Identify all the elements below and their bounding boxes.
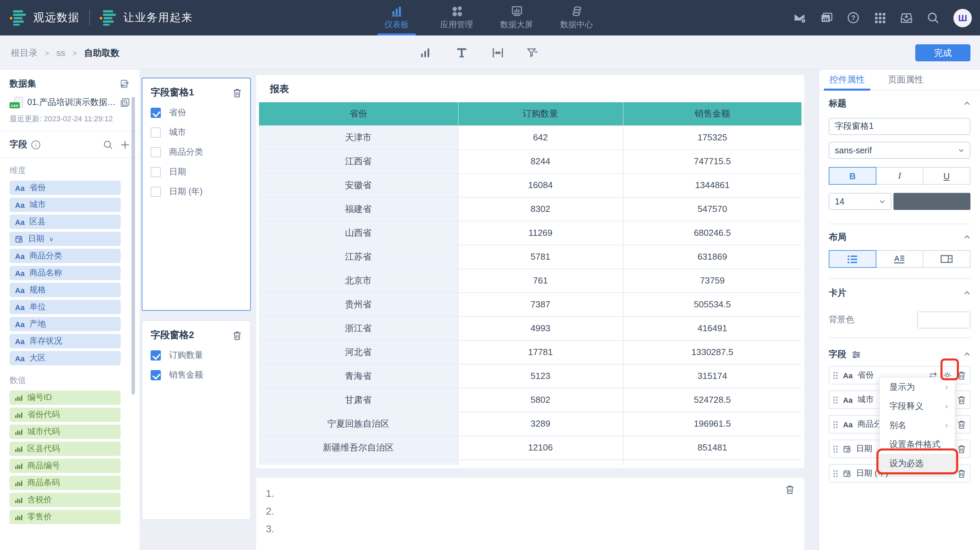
measure-pill[interactable]: 城市代码: [10, 424, 121, 439]
field-pane-2[interactable]: 字段窗格2 订购数量 销售金额: [142, 320, 251, 520]
pane-checkbox-row[interactable]: 省份: [151, 107, 242, 119]
tab-dashboard[interactable]: 仪表板: [367, 0, 426, 35]
menu-item[interactable]: 设置条件格式: [880, 435, 955, 454]
dimension-pill[interactable]: Aa 大区: [10, 351, 121, 365]
font-color-swatch[interactable]: [893, 193, 970, 210]
delete-field-icon[interactable]: [957, 444, 966, 453]
done-button[interactable]: 完成: [915, 44, 970, 61]
tab-data-screen[interactable]: 数据大屏: [487, 0, 547, 35]
collapse-icon[interactable]: [964, 290, 970, 296]
delete-pane-icon[interactable]: [232, 330, 242, 340]
checkbox[interactable]: [151, 147, 161, 157]
dimension-pill[interactable]: Aa 库存状况: [10, 334, 121, 348]
pane-checkbox-row[interactable]: 城市: [151, 127, 242, 138]
bold-button[interactable]: B: [829, 167, 877, 185]
checkbox[interactable]: [151, 127, 161, 138]
measure-pill[interactable]: 商品条码: [10, 476, 121, 490]
dimension-pill[interactable]: Aa 单位: [10, 300, 121, 314]
breadcrumb-folder[interactable]: ss: [56, 48, 65, 58]
measure-pill[interactable]: 省份代码: [10, 408, 121, 422]
drag-handle-icon[interactable]: [833, 445, 838, 453]
measure-pill[interactable]: 编号ID: [10, 391, 121, 405]
column-header-quantity[interactable]: 订购数量: [458, 102, 623, 126]
layout-list-button[interactable]: [829, 250, 877, 268]
preview-dataset-icon[interactable]: [120, 97, 130, 108]
collapse-icon[interactable]: [964, 351, 970, 358]
breadcrumb-root[interactable]: 根目录: [11, 48, 38, 58]
tab-widget-properties[interactable]: 控件属性: [827, 70, 867, 90]
drag-handle-icon[interactable]: [833, 469, 838, 477]
dimension-pill[interactable]: Aa 产地: [10, 317, 121, 331]
delete-field-icon[interactable]: [957, 469, 966, 478]
delete-field-icon[interactable]: [957, 395, 966, 404]
apps-grid-icon[interactable]: [874, 11, 886, 24]
measure-pill[interactable]: 区县代码: [10, 442, 121, 456]
layout-text-button[interactable]: A: [877, 250, 923, 268]
menu-item[interactable]: 设为必选: [880, 454, 955, 473]
tab-page-properties[interactable]: 页面属性: [885, 70, 926, 90]
delete-field-icon[interactable]: [957, 420, 966, 429]
measure-pill[interactable]: 商品编号: [10, 459, 121, 473]
field-settings-icon[interactable]: [852, 350, 861, 359]
download-inbox-icon[interactable]: [900, 11, 913, 24]
messages-icon[interactable]: [794, 11, 806, 24]
widget-title-input[interactable]: [829, 118, 970, 135]
measure-pill[interactable]: 含税价: [10, 493, 121, 507]
search-fields-icon[interactable]: [103, 139, 113, 149]
add-spacer-icon[interactable]: [491, 46, 504, 59]
collapse-icon[interactable]: [964, 100, 970, 107]
delete-text-widget-icon[interactable]: [785, 485, 795, 495]
italic-button[interactable]: I: [877, 167, 923, 185]
dimension-pill[interactable]: Aa 商品分类: [10, 249, 121, 263]
dataset-item[interactable]: csv 01.产品培训演示数据…: [10, 97, 130, 108]
dimension-pill[interactable]: Aa 区县: [10, 215, 121, 229]
search-icon[interactable]: [927, 11, 939, 24]
dimension-pill[interactable]: Aa 城市: [10, 198, 121, 212]
layout-dropdown-button[interactable]: [923, 250, 970, 268]
checkbox[interactable]: [151, 370, 161, 380]
collapse-icon[interactable]: [964, 234, 970, 241]
text-widget-card[interactable]: 1. 2. 3.: [256, 478, 804, 550]
dimension-pill[interactable]: Aa 省份: [10, 181, 121, 195]
delete-field-icon[interactable]: [957, 370, 966, 380]
dimension-pill[interactable]: Aa 商品名称: [10, 266, 121, 280]
menu-item[interactable]: 别名 ›: [880, 416, 955, 435]
subscription-report-icon[interactable]: [821, 11, 833, 24]
pane-checkbox-row[interactable]: 日期: [151, 166, 242, 178]
drag-handle-icon[interactable]: [833, 371, 838, 379]
menu-item[interactable]: 显示为 ›: [880, 378, 955, 397]
add-field-icon[interactable]: [120, 139, 130, 149]
pane-checkbox-row[interactable]: 商品分类: [151, 146, 242, 158]
report-card[interactable]: 报表 省份 订购数量 销售金额 天津市 642 175325: [256, 75, 804, 468]
tab-data-center[interactable]: 数据中心: [547, 0, 606, 35]
add-text-icon[interactable]: [455, 46, 468, 59]
checkbox[interactable]: [151, 108, 161, 118]
delete-pane-icon[interactable]: [232, 87, 242, 98]
tab-app-management[interactable]: 应用管理: [426, 0, 487, 35]
column-header-province[interactable]: 省份: [259, 102, 458, 126]
checkbox[interactable]: [151, 167, 161, 177]
add-filter-icon[interactable]: [527, 46, 541, 59]
background-color-swatch[interactable]: [917, 312, 970, 329]
user-avatar[interactable]: Ш: [953, 8, 972, 27]
pane-checkbox-row[interactable]: 订购数量: [151, 350, 242, 361]
checkbox[interactable]: [151, 187, 161, 197]
drag-handle-icon[interactable]: [833, 420, 838, 428]
font-size-select[interactable]: 14: [829, 193, 891, 210]
field-pane-1[interactable]: 字段窗格1 省份 城市 商品分类: [142, 78, 251, 311]
dimension-pill[interactable]: 日期 ∨: [10, 232, 121, 246]
dimension-pill[interactable]: Aa 规格: [10, 283, 121, 297]
pane-checkbox-row[interactable]: 销售金额: [151, 369, 242, 381]
add-chart-icon[interactable]: [418, 46, 432, 59]
help-icon[interactable]: ?: [847, 11, 859, 24]
column-header-amount[interactable]: 销售金额: [623, 102, 802, 126]
switch-dataset-icon[interactable]: [120, 79, 130, 89]
checkbox[interactable]: [151, 350, 161, 361]
font-family-select[interactable]: sans-serif: [829, 142, 970, 159]
sidebar-scrollbar[interactable]: [132, 97, 135, 394]
drag-handle-icon[interactable]: [833, 396, 838, 404]
menu-item[interactable]: 字段释义 ›: [880, 397, 955, 416]
measure-pill[interactable]: 零售价: [10, 510, 121, 524]
pane-checkbox-row[interactable]: 日期 (年): [151, 186, 242, 198]
underline-button[interactable]: U: [923, 167, 970, 185]
